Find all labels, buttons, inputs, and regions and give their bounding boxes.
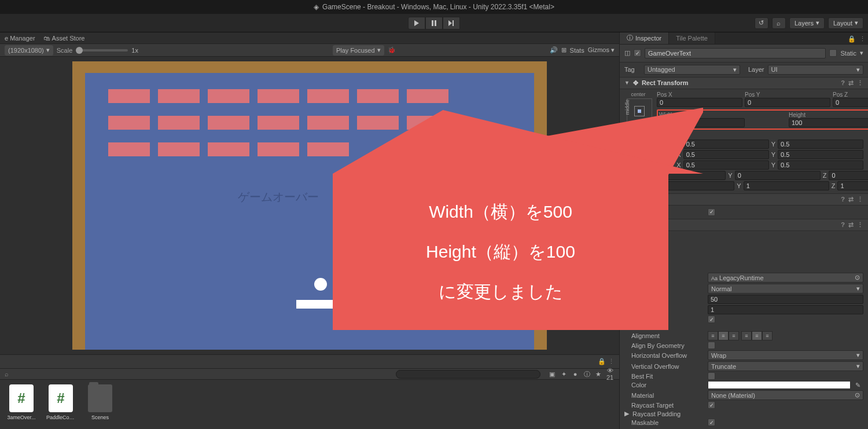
label-icon[interactable]: ● [571, 371, 580, 377]
spacing-input[interactable] [708, 305, 863, 314]
search-icon: ⌕ [5, 371, 9, 377]
v-overflow-dropdown[interactable]: Truncate▾ [708, 361, 863, 371]
align-mid[interactable]: ≡ [752, 331, 762, 340]
play-focused-dropdown[interactable]: Play Focused▾ [333, 45, 384, 56]
rot-z[interactable] [829, 171, 868, 180]
audio-icon[interactable]: 🔊 [550, 46, 558, 54]
caret-icon: ▼ [624, 80, 630, 86]
callout-line: Width（横）を500 [429, 200, 572, 224]
project-search-bar: ⌕ ▣ ✦ ● ⓘ ★ 👁21 [0, 368, 619, 380]
rect-transform-header[interactable]: ▼ ✥ Rect Transform ?⇄⋮ [620, 77, 868, 89]
star-icon[interactable]: ★ [594, 371, 603, 378]
history-icon[interactable]: ↺ [755, 17, 768, 29]
view-footer: 🔒 ⋮ [0, 354, 619, 368]
raycast-target-checkbox[interactable]: ✓ [708, 401, 715, 409]
tab-tile-palette[interactable]: Tile Palette [669, 32, 715, 44]
layers-dropdown[interactable]: Layers▾ [789, 17, 825, 29]
rot-y[interactable] [735, 171, 821, 180]
align-right[interactable]: ≡ [729, 331, 739, 340]
ball [314, 278, 327, 291]
window-title-bar: ◈ GameScene - Breakout - Windows, Mac, L… [0, 0, 868, 14]
hidden-count[interactable]: 👁21 [605, 367, 615, 381]
search-input[interactable] [396, 370, 540, 379]
object-name-input[interactable] [645, 48, 826, 58]
asset-label: PaddleCon... [46, 415, 75, 420]
window-title: GameScene - Breakout - Windows, Mac, Lin… [322, 3, 554, 11]
asset-item[interactable]: #PaddleCon... [46, 384, 75, 420]
posy-input[interactable] [745, 98, 830, 107]
align-geom-checkbox[interactable] [708, 342, 715, 349]
tag-label: Tag [624, 66, 641, 73]
tab-asset-store[interactable]: 🛍Asset Store [43, 35, 85, 42]
game-view-toolbar: (1920x1080)▾ Scale 1x Play Focused▾ 🐞 🔊 … [0, 44, 619, 57]
font-size-input[interactable] [708, 295, 863, 304]
align-center[interactable]: ≡ [718, 331, 729, 340]
favorite-icon[interactable]: ✦ [559, 371, 568, 378]
unity-logo-icon: ◈ [314, 3, 319, 11]
layout-dropdown[interactable]: Layout▾ [828, 17, 863, 29]
align-top[interactable]: ≡ [741, 331, 752, 340]
asset-item[interactable]: Scenes [86, 384, 115, 420]
tab-manager[interactable]: e Manager [5, 35, 35, 42]
lock-icon[interactable]: 🔒 [598, 358, 606, 365]
pivot-y[interactable] [778, 160, 863, 170]
static-label: Static [840, 50, 856, 57]
scale-z[interactable] [837, 181, 868, 190]
bug-icon[interactable]: 🐞 [388, 46, 396, 54]
info-icon[interactable]: ⓘ [582, 370, 591, 379]
menu-icon[interactable]: ⋮ [857, 79, 863, 87]
asset-label: Scenes [91, 415, 109, 420]
stats-button[interactable]: Stats [570, 47, 584, 54]
csharp-icon: # [49, 384, 73, 412]
menu-icon[interactable]: ⋮ [859, 35, 866, 43]
scale-label: Scale [57, 47, 73, 54]
align-bot[interactable]: ≡ [762, 331, 773, 340]
menu-icon[interactable]: ⋮ [608, 358, 615, 365]
align-left[interactable]: ≡ [708, 331, 718, 340]
svg-rect-1 [435, 20, 436, 26]
csharp-icon: # [9, 384, 34, 412]
tag-layer-row: Tag Untagged▾ Layer UI▾ [620, 63, 868, 77]
posz-input[interactable] [833, 98, 868, 107]
svg-rect-2 [453, 20, 454, 26]
color-swatch[interactable] [708, 381, 851, 389]
anchor-max-y[interactable] [778, 150, 863, 159]
callout-line: に変更しました [439, 280, 563, 304]
scale-y[interactable] [744, 181, 829, 190]
height-input[interactable] [789, 118, 868, 127]
maskable-checkbox[interactable]: ✓ [708, 419, 715, 426]
gizmos-dropdown[interactable]: Gizmos ▾ [588, 46, 615, 54]
raycast-padding-label[interactable]: Raycast Padding [632, 410, 681, 417]
pause-button[interactable] [425, 17, 443, 30]
tag-dropdown[interactable]: Untagged▾ [644, 65, 740, 75]
rich-text-checkbox[interactable]: ✓ [708, 316, 715, 323]
best-fit-checkbox[interactable] [708, 372, 715, 380]
lock-icon[interactable]: 🔒 [848, 35, 856, 43]
play-button[interactable] [408, 17, 425, 30]
static-checkbox[interactable] [829, 49, 837, 57]
static-dropdown-icon[interactable]: ▾ [860, 49, 863, 57]
h-overflow-dropdown[interactable]: Wrap▾ [708, 350, 863, 360]
aspect-dropdown[interactable]: (1920x1080)▾ [5, 45, 53, 56]
material-field[interactable]: None (Material)⊙ [708, 390, 863, 400]
anchor-center-label: center [624, 91, 652, 97]
font-dropdown[interactable]: Aa LegacyRuntime⊙ [708, 273, 863, 283]
layer-dropdown[interactable]: UI▾ [768, 65, 864, 75]
fx-icon[interactable]: ⊞ [561, 46, 567, 54]
preset-icon[interactable]: ⇄ [848, 79, 854, 87]
active-checkbox[interactable]: ✓ [634, 49, 641, 57]
style-dropdown[interactable]: Normal▾ [708, 284, 863, 294]
rect-transform-icon: ✥ [633, 79, 638, 87]
cull-checkbox[interactable]: ✓ [708, 208, 715, 216]
bag-icon: 🛍 [43, 35, 50, 42]
step-button[interactable] [443, 17, 460, 30]
anchor-min-y[interactable] [778, 140, 863, 149]
help-icon[interactable]: ? [841, 79, 845, 87]
tab-inspector[interactable]: ⓘInspector [620, 32, 669, 44]
annotation-callout: Width（横）を500 Height（縦）を100 に変更しました [333, 174, 668, 330]
search-icon[interactable]: ⌕ [772, 17, 786, 29]
folder-icon [88, 384, 112, 412]
asset-item[interactable]: #3ameOver... [7, 384, 36, 420]
scale-slider[interactable] [76, 49, 128, 52]
filter-icon[interactable]: ▣ [547, 371, 557, 378]
